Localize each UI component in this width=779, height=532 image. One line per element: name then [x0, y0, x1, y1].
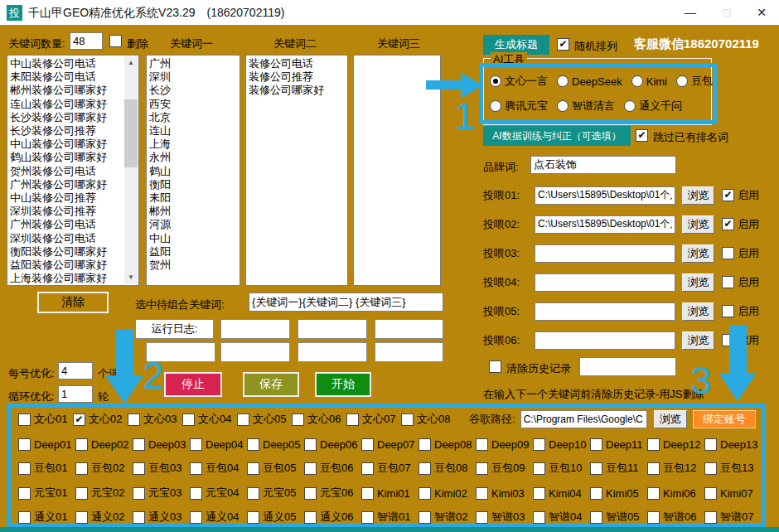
brand-input[interactable]	[530, 156, 676, 174]
list-item[interactable]: 连山装修公司哪家好	[10, 98, 123, 111]
account-checkbox[interactable]	[304, 487, 317, 500]
account-checkbox[interactable]	[346, 414, 359, 426]
list-item[interactable]: 长沙	[149, 84, 240, 97]
list-item[interactable]: 中山	[149, 232, 240, 245]
account-checkbox[interactable]	[133, 438, 145, 451]
account-checkbox[interactable]	[292, 414, 304, 426]
list-item[interactable]: 贺州装修公司电话	[10, 165, 123, 178]
feed-browse-button[interactable]: 浏览	[682, 331, 714, 350]
account-checkbox[interactable]	[590, 511, 602, 524]
combined-keywords-listbox[interactable]: ▲ ▼ 中山装修公司电话耒阳装修公司电话郴州装修公司哪家好连山装修公司哪家好长沙…	[7, 55, 139, 286]
account-checkbox[interactable]	[75, 511, 88, 524]
account-checkbox[interactable]	[401, 414, 414, 426]
account-checkbox[interactable]	[190, 511, 202, 524]
bind-account-button[interactable]: 绑定账号	[693, 410, 756, 428]
account-checkbox[interactable]	[419, 511, 431, 524]
feed-browse-button[interactable]: 浏览	[682, 215, 714, 234]
feed-browse-button[interactable]: 浏览	[682, 186, 714, 205]
list-item[interactable]: 中山装修公司推荐	[10, 191, 123, 205]
account-checkbox[interactable]	[419, 462, 431, 475]
account-checkbox[interactable]	[704, 438, 717, 451]
account-checkbox[interactable]	[361, 511, 374, 524]
account-checkbox[interactable]	[476, 438, 488, 451]
feed-input[interactable]	[535, 186, 675, 205]
feed-browse-button[interactable]: 浏览	[682, 273, 714, 292]
account-checkbox[interactable]	[128, 414, 140, 426]
account-checkbox[interactable]	[647, 511, 660, 524]
account-checkbox[interactable]: ✔	[73, 414, 85, 426]
account-checkbox[interactable]	[190, 462, 202, 475]
feed-enable-checkbox[interactable]	[722, 247, 734, 259]
train-correct-button[interactable]: AI数据训练与纠正（可选填）	[483, 126, 631, 146]
account-checkbox[interactable]	[133, 462, 145, 475]
list-item[interactable]: 北京	[149, 111, 240, 124]
scrollbar-up-icon[interactable]: ▲	[124, 56, 138, 70]
account-checkbox[interactable]	[476, 462, 488, 475]
feed-browse-button[interactable]: 浏览	[682, 302, 714, 321]
feed-input[interactable]	[535, 244, 675, 263]
account-checkbox[interactable]	[190, 438, 202, 451]
account-checkbox[interactable]	[18, 511, 31, 524]
account-checkbox[interactable]	[182, 414, 195, 426]
keyword-count-input[interactable]	[70, 32, 103, 50]
list-item[interactable]: 衡阳	[149, 178, 240, 191]
list-item[interactable]: 长沙装修公司推荐	[10, 124, 123, 138]
account-checkbox[interactable]	[237, 414, 249, 426]
account-checkbox[interactable]	[476, 511, 488, 524]
random-order-checkbox[interactable]: ✔	[557, 38, 569, 51]
account-checkbox[interactable]	[476, 487, 488, 500]
account-checkbox[interactable]	[704, 511, 717, 524]
start-button[interactable]: 开始	[315, 372, 371, 397]
ai-model-option[interactable]: DeepSeek	[557, 75, 622, 88]
account-checkbox[interactable]	[75, 487, 88, 500]
feed-enable-checkbox[interactable]: ✔	[722, 189, 734, 201]
radio-icon[interactable]	[490, 75, 501, 87]
feed-enable-checkbox[interactable]	[722, 276, 734, 288]
feed-browse-button[interactable]: 浏览	[682, 244, 714, 263]
account-checkbox[interactable]	[18, 414, 31, 426]
account-checkbox[interactable]	[647, 462, 660, 475]
account-checkbox[interactable]	[647, 487, 660, 500]
feed-input[interactable]	[535, 331, 675, 350]
maximize-button[interactable]: □	[709, 0, 744, 25]
account-checkbox[interactable]	[304, 511, 317, 524]
ai-model-option[interactable]: 腾讯元宝	[490, 99, 548, 114]
clear-history-input[interactable]	[579, 357, 676, 376]
keyword2-listbox[interactable]: 装修公司电话装修公司推荐装修公司哪家好	[245, 55, 348, 286]
account-checkbox[interactable]	[590, 487, 602, 500]
radio-icon[interactable]	[557, 75, 569, 87]
account-checkbox[interactable]	[133, 487, 145, 500]
ai-model-option[interactable]: 智谱清言	[557, 99, 615, 114]
list-item[interactable]: 装修公司推荐	[249, 70, 347, 84]
list-item[interactable]: 中山装修公司电话	[10, 57, 123, 70]
combine-keywords-input[interactable]	[249, 293, 443, 312]
account-checkbox[interactable]	[704, 462, 717, 475]
radio-icon[interactable]	[631, 75, 643, 87]
account-checkbox[interactable]	[247, 438, 259, 451]
radio-icon[interactable]	[557, 100, 569, 112]
clear-button[interactable]: 清除	[37, 292, 109, 313]
list-item[interactable]: 深圳装修公司推荐	[10, 205, 123, 218]
list-item[interactable]: 装修公司哪家好	[249, 84, 347, 97]
account-checkbox[interactable]	[647, 438, 660, 451]
account-checkbox[interactable]	[304, 462, 317, 475]
account-checkbox[interactable]	[18, 487, 31, 500]
account-checkbox[interactable]	[419, 438, 431, 451]
feed-enable-checkbox[interactable]: ✔	[722, 218, 734, 230]
account-checkbox[interactable]	[18, 462, 31, 475]
ai-model-option[interactable]: 文心一言	[490, 74, 548, 89]
scrollbar[interactable]: ▲ ▼	[124, 56, 138, 284]
account-checkbox[interactable]	[247, 462, 259, 475]
loop-input[interactable]	[58, 385, 93, 403]
radio-icon[interactable]	[624, 100, 636, 112]
account-checkbox[interactable]	[133, 511, 145, 524]
account-checkbox[interactable]	[704, 487, 717, 500]
account-checkbox[interactable]	[533, 487, 545, 500]
radio-icon[interactable]	[490, 100, 501, 112]
feed-enable-checkbox[interactable]	[722, 305, 734, 317]
keyword1-listbox[interactable]: 广州深圳长沙西安北京连山上海永州鹤山衡阳耒阳郴州河源中山益阳贺州	[146, 55, 240, 286]
list-item[interactable]: 鹤山	[149, 165, 240, 178]
list-item[interactable]: 连山	[149, 124, 240, 138]
list-item[interactable]: 河源	[149, 218, 240, 231]
list-item[interactable]: 装修公司电话	[249, 57, 347, 70]
